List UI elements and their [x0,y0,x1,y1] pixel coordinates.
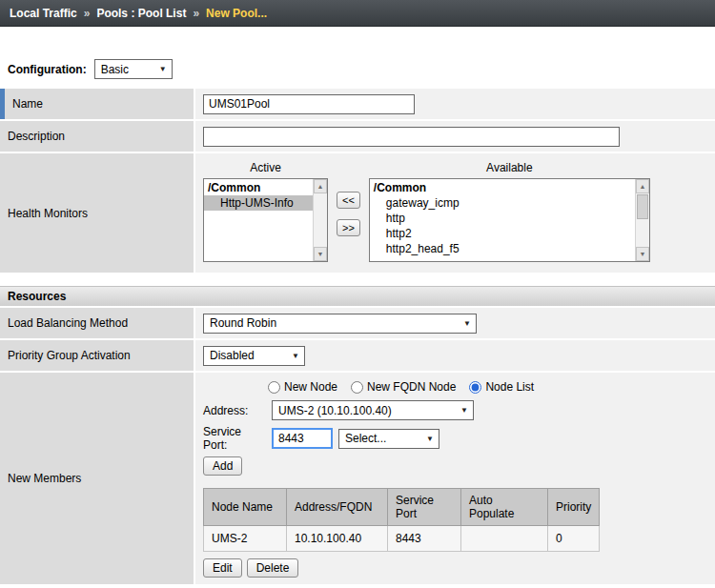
name-row: Name [0,89,715,119]
col-service-port: Service Port [388,489,461,526]
scrollbar-thumb[interactable] [637,194,648,219]
health-monitors-label: Health Monitors [0,153,195,273]
monitor-partition-item: /Common [204,180,313,195]
health-monitors-row: Health Monitors Active /Common Http-UMS-… [0,153,715,273]
new-members-row: New Members New Node New FQDN Node Node … [0,373,715,584]
chevron-down-icon: ▼ [463,319,471,328]
member-type-option-new-fqdn-node[interactable]: New FQDN Node [351,380,456,394]
load-balancing-select[interactable]: Round Robin ▼ [203,314,477,334]
available-monitors-listbox[interactable]: /Common gateway_icmp http http2 http2_he… [369,178,650,262]
configuration-row: Configuration: Basic ▼ [8,59,715,79]
move-to-available-button[interactable]: >> [337,219,360,236]
available-monitor-item[interactable]: http [370,211,635,226]
priority-group-select-value: Disabled [210,349,255,362]
available-monitor-item[interactable]: http2 [370,226,635,241]
load-balancing-label: Load Balancing Method [0,308,195,338]
service-port-field-row: Service Port: Select... ▼ [203,425,707,452]
active-monitors-listbox[interactable]: /Common Http-UMS-Info ▲ ▼ [203,178,328,262]
chevron-down-icon: ▼ [292,352,299,360]
chevron-down-icon: ▼ [159,65,167,73]
scroll-up-icon[interactable]: ▲ [314,179,327,193]
general-properties-form: Name Description Health Monitors Active … [0,89,715,273]
member-row[interactable]: UMS-2 10.10.100.40 8443 0 [204,526,600,552]
available-monitor-item[interactable]: http2_head_f5 [370,241,635,256]
member-type-option-new-node[interactable]: New Node [268,380,337,394]
scrollbar[interactable]: ▲ ▼ [635,179,649,261]
new-fqdn-node-radio[interactable] [351,381,363,394]
breadcrumb-current: New Pool... [206,7,267,20]
available-monitor-item[interactable]: gateway_icmp [370,195,635,211]
new-node-radio-label: New Node [284,380,337,394]
breadcrumb-separator: » [193,7,199,20]
breadcrumb-separator: » [84,7,91,20]
resources-section-header: Resources [0,286,715,306]
member-auto-populate [461,526,548,552]
address-select[interactable]: UMS-2 (10.10.100.40) ▼ [272,400,474,420]
service-port-select-value: Select... [345,432,386,445]
member-type-radio-group: New Node New FQDN Node Node List [268,380,707,394]
description-row: Description [0,121,715,152]
service-port-select[interactable]: Select... ▼ [338,429,439,449]
description-input[interactable] [203,127,620,147]
description-label: Description [0,121,195,152]
member-type-option-node-list[interactable]: Node List [469,380,534,394]
load-balancing-row: Load Balancing Method Round Robin ▼ [0,308,715,338]
col-address-fqdn: Address/FQDN [287,489,388,526]
new-fqdn-node-radio-label: New FQDN Node [367,380,456,394]
load-balancing-select-value: Round Robin [210,316,276,330]
scrollbar[interactable]: ▲ ▼ [313,179,327,261]
configuration-label: Configuration: [8,63,87,76]
priority-group-select[interactable]: Disabled ▼ [203,346,305,366]
member-address-fqdn: 10.10.100.40 [287,526,388,552]
node-list-radio-label: Node List [485,380,534,394]
move-to-active-button[interactable]: << [337,192,360,209]
service-port-input[interactable] [272,428,333,449]
col-auto-populate: Auto Populate [461,489,548,526]
resources-form: Load Balancing Method Round Robin ▼ Prio… [0,308,715,584]
member-service-port: 8443 [388,526,461,552]
member-node-name: UMS-2 [204,526,287,552]
col-priority: Priority [548,489,600,526]
name-label: Name [0,89,195,119]
edit-member-button[interactable]: Edit [203,558,242,578]
node-list-radio[interactable] [469,381,481,394]
scroll-up-icon[interactable]: ▲ [636,179,649,193]
monitor-partition-item: /Common [370,180,635,195]
members-table: Node Name Address/FQDN Service Port Auto… [203,488,600,552]
configuration-select[interactable]: Basic ▼ [94,59,173,79]
member-priority: 0 [548,526,600,552]
priority-group-row: Priority Group Activation Disabled ▼ [0,340,715,371]
breadcrumb: Local Traffic » Pools : Pool List » New … [0,0,715,27]
new-node-radio[interactable] [268,381,280,394]
chevron-down-icon: ▼ [426,435,434,443]
active-monitors-header: Active [250,161,281,174]
available-monitors-header: Available [486,161,532,174]
breadcrumb-section[interactable]: Local Traffic [10,7,77,20]
add-member-button[interactable]: Add [203,456,242,476]
address-select-value: UMS-2 (10.10.100.40) [278,404,392,417]
chevron-down-icon: ▼ [460,406,468,415]
name-input[interactable] [203,94,415,114]
service-port-label: Service Port: [203,425,266,452]
configuration-select-value: Basic [101,63,129,76]
col-node-name: Node Name [204,489,287,526]
breadcrumb-path[interactable]: Pools : Pool List [96,7,186,20]
new-members-label: New Members [0,373,195,584]
members-table-header-row: Node Name Address/FQDN Service Port Auto… [204,489,600,526]
scroll-down-icon[interactable]: ▼ [636,247,649,261]
address-label: Address: [203,404,266,417]
scroll-down-icon[interactable]: ▼ [314,247,327,261]
delete-member-button[interactable]: Delete [247,558,299,578]
active-monitor-item[interactable]: Http-UMS-Info [204,195,313,211]
address-field-row: Address: UMS-2 (10.10.100.40) ▼ [203,400,707,420]
priority-group-label: Priority Group Activation [0,340,195,371]
